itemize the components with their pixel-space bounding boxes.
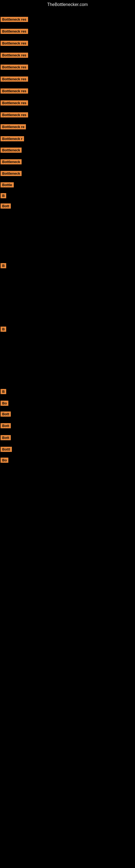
list-item: Bottleneck res xyxy=(1,112,28,119)
list-item: Bottleneck xyxy=(1,148,21,154)
list-item: Bottleneck res xyxy=(1,76,28,83)
list-item: Bottleneck res xyxy=(1,29,28,35)
bottleneck-label: Bottleneck re xyxy=(1,124,26,129)
bottleneck-label: Bott xyxy=(1,435,11,440)
bottleneck-label: Bo xyxy=(1,458,8,463)
site-title: TheBottlenecker.com xyxy=(0,0,135,9)
list-item: Bott xyxy=(1,204,11,210)
bottleneck-label: Bo xyxy=(1,401,8,406)
bottleneck-label: Bottleneck res xyxy=(1,17,28,22)
list-item: Bottleneck xyxy=(1,159,21,165)
list-item: Bottleneck res xyxy=(1,88,28,95)
bottleneck-label: Bott xyxy=(1,423,11,428)
list-item: Bott xyxy=(1,423,11,429)
bottleneck-label: Bottleneck res xyxy=(1,76,28,82)
list-item: Bott xyxy=(1,435,11,441)
list-item: Bottleneck r xyxy=(1,136,24,143)
list-item: B xyxy=(1,327,6,333)
list-item: Bottl xyxy=(1,447,12,453)
list-item: Bottleneck res xyxy=(1,53,28,59)
list-item: Bo xyxy=(1,401,8,407)
bottleneck-label: B xyxy=(1,193,6,198)
bottleneck-label: Bottleneck xyxy=(1,148,21,153)
bottleneck-label: Bottleneck xyxy=(1,159,21,164)
list-item: B xyxy=(1,193,6,199)
list-item: Bottleneck re xyxy=(1,124,26,130)
bottleneck-label: Bottleneck res xyxy=(1,65,28,70)
bottleneck-label: Bottleneck res xyxy=(1,29,28,34)
list-item: Bottleneck res xyxy=(1,41,28,47)
bottleneck-label: Bottleneck res xyxy=(1,100,28,105)
bottleneck-label: Bott xyxy=(1,411,11,416)
list-item: B xyxy=(1,263,6,269)
bottleneck-label: Bottleneck res xyxy=(1,53,28,58)
bottleneck-label: B xyxy=(1,327,6,332)
bottleneck-label: Bottle xyxy=(1,182,14,187)
list-item: Bottleneck res xyxy=(1,17,28,23)
bottleneck-label: Bott xyxy=(1,204,11,209)
list-item: Bottleneck res xyxy=(1,65,28,71)
bottleneck-label: Bottleneck res xyxy=(1,112,28,118)
list-item: Bottleneck xyxy=(1,171,21,177)
bottleneck-label: B xyxy=(1,263,6,268)
list-item: Bottleneck res xyxy=(1,100,28,106)
list-item: Bo xyxy=(1,458,8,464)
bottleneck-label: Bottleneck res xyxy=(1,41,28,46)
bottleneck-label: Bottleneck xyxy=(1,171,21,176)
list-item: B xyxy=(1,389,6,395)
bottleneck-label: Bottleneck r xyxy=(1,136,24,141)
bottleneck-label: Bottleneck res xyxy=(1,88,28,94)
bottleneck-label: Bottl xyxy=(1,447,12,452)
bottleneck-label: B xyxy=(1,389,6,394)
list-item: Bott xyxy=(1,411,11,418)
list-item: Bottle xyxy=(1,182,14,188)
